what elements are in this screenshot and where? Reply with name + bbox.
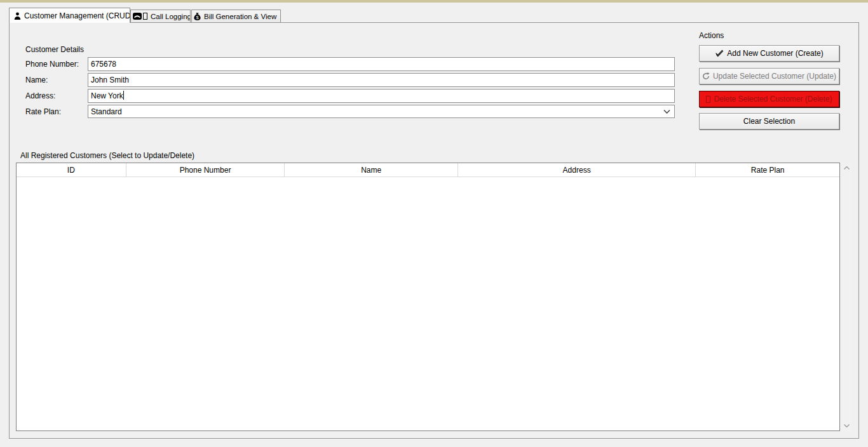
rate-plan-combobox[interactable]: Standard: [88, 105, 675, 118]
name-label: Name:: [25, 76, 48, 85]
window-top-strip: [0, 0, 868, 3]
tab-label: Call Logging: [151, 13, 191, 20]
button-label: Update Selected Customer (Update): [713, 72, 836, 81]
button-label: Delete Selected Customer (Delete): [714, 95, 832, 103]
rate-plan-value: Standard: [91, 105, 122, 118]
missing-glyph-box: [706, 96, 710, 103]
phone-icon: [133, 13, 147, 20]
vertical-scrollbar[interactable]: [841, 163, 852, 431]
address-field[interactable]: New York: [88, 89, 675, 103]
column-header-phone[interactable]: Phone Number: [126, 163, 285, 177]
tab-label: Bill Generation & View: [204, 13, 276, 20]
clear-selection-button[interactable]: Clear Selection: [699, 113, 839, 130]
customers-title: All Registered Customers (Select to Upda…: [18, 151, 197, 161]
chevron-down-icon: [663, 110, 670, 114]
column-header-name[interactable]: Name: [285, 163, 458, 177]
delete-customer-button[interactable]: Delete Selected Customer (Delete): [699, 91, 839, 107]
name-field[interactable]: [88, 73, 675, 87]
text-cursor: [123, 91, 125, 100]
scroll-up-button[interactable]: [841, 163, 852, 173]
chevron-down-icon: [844, 424, 850, 427]
column-header-rate-plan[interactable]: Rate Plan: [696, 163, 839, 177]
customers-table: ID Phone Number Name Address Rate Plan: [16, 163, 840, 431]
tab-customer-management[interactable]: Customer Management (CRUD): [9, 8, 130, 23]
tab-label: Customer Management (CRUD): [24, 11, 130, 20]
add-customer-button[interactable]: Add New Customer (Create): [699, 45, 839, 62]
phone-number-label: Phone Number:: [25, 60, 79, 69]
person-icon: [14, 12, 21, 20]
tab-bill-generation[interactable]: $ Bill Generation & View: [191, 10, 281, 22]
customers-table-body[interactable]: [17, 177, 839, 430]
table-header-row: ID Phone Number Name Address Rate Plan: [17, 163, 839, 177]
address-label: Address:: [25, 91, 55, 101]
phone-number-field[interactable]: [88, 57, 675, 71]
refresh-icon: [702, 72, 710, 80]
column-header-address[interactable]: Address: [458, 163, 696, 177]
moneybag-icon: $: [194, 13, 201, 20]
actions-title: Actions: [696, 31, 726, 41]
address-value: New York: [91, 91, 123, 100]
customer-details-title: Customer Details: [23, 45, 86, 55]
chevron-up-icon: [844, 166, 850, 170]
button-label: Add New Customer (Create): [727, 49, 823, 58]
scroll-down-button[interactable]: [841, 420, 852, 431]
rate-plan-label: Rate Plan:: [25, 107, 61, 117]
missing-glyph-box: [143, 13, 147, 20]
column-header-id[interactable]: ID: [17, 163, 126, 177]
check-icon: [715, 50, 724, 57]
button-label: Clear Selection: [743, 117, 795, 126]
tab-call-logging[interactable]: Call Logging: [130, 10, 191, 22]
update-customer-button[interactable]: Update Selected Customer (Update): [699, 68, 839, 84]
